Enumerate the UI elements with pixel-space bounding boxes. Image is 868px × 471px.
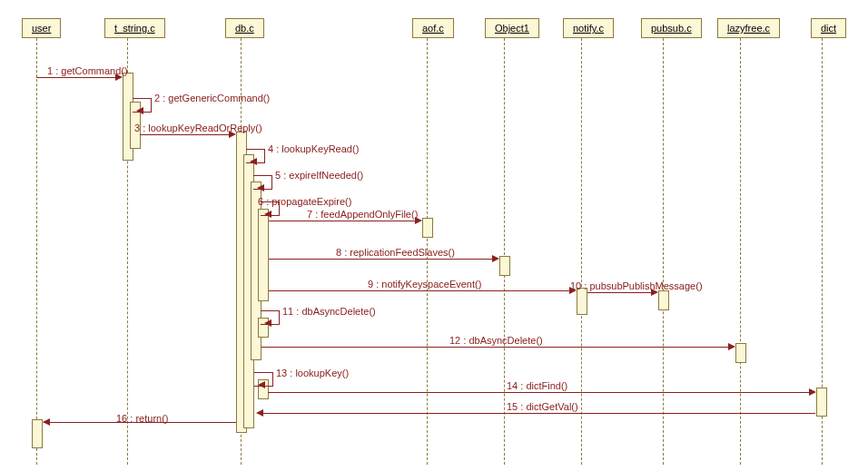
arrowhead-icon xyxy=(136,107,143,114)
arrowhead-icon xyxy=(258,381,265,388)
activation xyxy=(32,419,43,448)
participant-lazyfree: lazyfree.c xyxy=(717,18,780,38)
msg-5: 5 : expireIfNeeded() xyxy=(275,170,363,181)
msg-10: 10 : pubsubPublishMessage() xyxy=(570,280,703,291)
arrow xyxy=(261,347,733,348)
lifeline xyxy=(740,38,741,465)
msg-6: 6 : propagateExpire() xyxy=(258,196,351,207)
arrow xyxy=(587,292,656,293)
msg-1: 1 : getCommand() xyxy=(47,65,128,76)
activation xyxy=(499,256,510,276)
msg-2: 2 : getGenericCommand() xyxy=(154,93,270,103)
participant-notify: notify.c xyxy=(563,18,614,38)
lifeline xyxy=(581,38,582,465)
arrowhead-icon xyxy=(728,343,735,350)
msg-11: 11 : dbAsyncDelete() xyxy=(282,306,376,317)
arrow xyxy=(269,259,497,260)
activation xyxy=(816,388,827,417)
participant-object1: Object1 xyxy=(485,18,539,38)
arrow xyxy=(140,134,233,135)
activation xyxy=(735,343,746,363)
activation xyxy=(577,288,587,315)
participant-pubsub: pubsub.c xyxy=(641,18,702,38)
participant-db: db.c xyxy=(225,18,264,38)
arrowhead-icon xyxy=(257,184,264,191)
arrow xyxy=(268,392,814,393)
activation xyxy=(258,209,269,301)
participant-aof: aof.c xyxy=(412,18,454,38)
participant-user: user xyxy=(22,18,61,38)
arrowhead-icon xyxy=(250,158,257,165)
msg-13: 13 : lookupKey() xyxy=(276,368,349,378)
msg-3: 3 : lookupKeyReadOrReply() xyxy=(134,123,262,133)
participant-tstring: t_string.c xyxy=(104,18,165,38)
arrowhead-icon xyxy=(264,319,271,327)
participant-dict: dict xyxy=(811,18,846,38)
lifeline xyxy=(36,38,37,465)
lifeline xyxy=(504,38,505,465)
activation xyxy=(658,290,669,310)
arrowhead-icon xyxy=(492,255,499,262)
arrow xyxy=(269,290,574,291)
msg-12: 12 : dbAsyncDelete() xyxy=(449,335,543,346)
msg-15: 15 : dictGetVal() xyxy=(507,401,578,412)
arrowhead-icon xyxy=(43,418,50,426)
arrowhead-icon xyxy=(264,211,271,218)
msg-16: 16 : return() xyxy=(116,413,168,424)
arrow xyxy=(269,221,419,221)
lifeline xyxy=(663,38,664,465)
arrow xyxy=(36,77,120,78)
msg-9: 9 : notifyKeyspaceEvent() xyxy=(368,279,481,289)
msg-14: 14 : dictFind() xyxy=(507,380,567,391)
msg-4: 4 : lookupKeyRead() xyxy=(268,143,359,154)
arrowhead-icon xyxy=(256,409,263,417)
arrowhead-icon xyxy=(809,388,816,396)
msg-8: 8 : replicationFeedSlaves() xyxy=(336,247,455,258)
activation xyxy=(422,218,433,238)
arrow xyxy=(263,413,815,414)
msg-7: 7 : feedAppendOnlyFile() xyxy=(307,209,418,220)
